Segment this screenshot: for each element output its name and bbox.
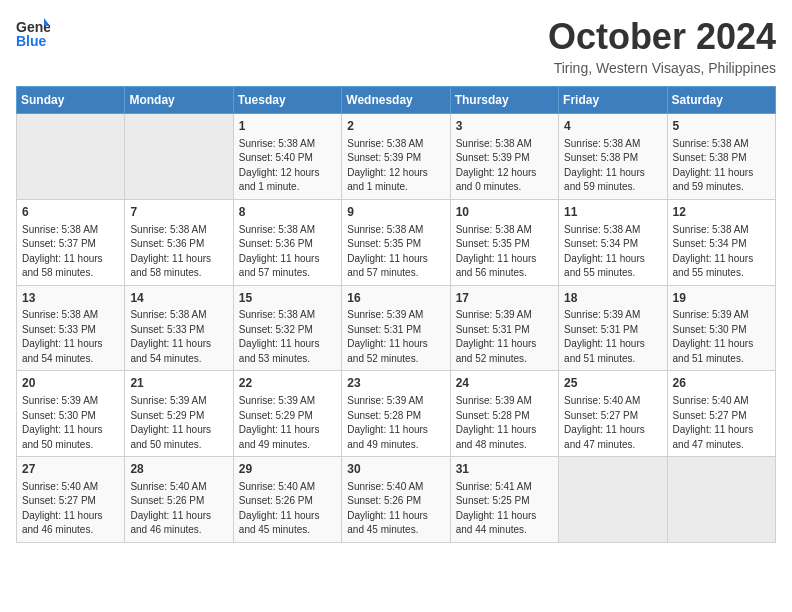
calendar-day-cell: 27Sunrise: 5:40 AM Sunset: 5:27 PM Dayli… [17, 457, 125, 543]
day-info: Sunrise: 5:38 AM Sunset: 5:36 PM Dayligh… [239, 223, 336, 281]
day-number: 2 [347, 118, 444, 135]
day-number: 7 [130, 204, 227, 221]
calendar-week-row: 20Sunrise: 5:39 AM Sunset: 5:30 PM Dayli… [17, 371, 776, 457]
day-number: 21 [130, 375, 227, 392]
calendar-day-cell: 23Sunrise: 5:39 AM Sunset: 5:28 PM Dayli… [342, 371, 450, 457]
calendar-day-cell [125, 114, 233, 200]
weekday-header-wednesday: Wednesday [342, 87, 450, 114]
calendar-day-cell: 2Sunrise: 5:38 AM Sunset: 5:39 PM Daylig… [342, 114, 450, 200]
day-number: 18 [564, 290, 661, 307]
day-info: Sunrise: 5:38 AM Sunset: 5:33 PM Dayligh… [130, 308, 227, 366]
calendar-day-cell: 11Sunrise: 5:38 AM Sunset: 5:34 PM Dayli… [559, 199, 667, 285]
day-info: Sunrise: 5:40 AM Sunset: 5:26 PM Dayligh… [130, 480, 227, 538]
calendar-day-cell: 29Sunrise: 5:40 AM Sunset: 5:26 PM Dayli… [233, 457, 341, 543]
day-number: 28 [130, 461, 227, 478]
calendar-day-cell: 17Sunrise: 5:39 AM Sunset: 5:31 PM Dayli… [450, 285, 558, 371]
calendar-day-cell: 10Sunrise: 5:38 AM Sunset: 5:35 PM Dayli… [450, 199, 558, 285]
calendar-day-cell: 25Sunrise: 5:40 AM Sunset: 5:27 PM Dayli… [559, 371, 667, 457]
day-number: 1 [239, 118, 336, 135]
svg-text:Blue: Blue [16, 33, 47, 49]
weekday-header-saturday: Saturday [667, 87, 775, 114]
weekday-header-thursday: Thursday [450, 87, 558, 114]
calendar-week-row: 13Sunrise: 5:38 AM Sunset: 5:33 PM Dayli… [17, 285, 776, 371]
calendar-day-cell: 22Sunrise: 5:39 AM Sunset: 5:29 PM Dayli… [233, 371, 341, 457]
calendar-week-row: 6Sunrise: 5:38 AM Sunset: 5:37 PM Daylig… [17, 199, 776, 285]
day-number: 10 [456, 204, 553, 221]
day-number: 31 [456, 461, 553, 478]
calendar-day-cell: 4Sunrise: 5:38 AM Sunset: 5:38 PM Daylig… [559, 114, 667, 200]
calendar-day-cell [667, 457, 775, 543]
day-number: 12 [673, 204, 770, 221]
day-info: Sunrise: 5:39 AM Sunset: 5:31 PM Dayligh… [564, 308, 661, 366]
calendar-day-cell: 7Sunrise: 5:38 AM Sunset: 5:36 PM Daylig… [125, 199, 233, 285]
day-number: 16 [347, 290, 444, 307]
day-info: Sunrise: 5:39 AM Sunset: 5:30 PM Dayligh… [673, 308, 770, 366]
day-number: 8 [239, 204, 336, 221]
day-info: Sunrise: 5:38 AM Sunset: 5:36 PM Dayligh… [130, 223, 227, 281]
day-info: Sunrise: 5:38 AM Sunset: 5:34 PM Dayligh… [564, 223, 661, 281]
calendar-day-cell [17, 114, 125, 200]
day-number: 13 [22, 290, 119, 307]
calendar-day-cell: 24Sunrise: 5:39 AM Sunset: 5:28 PM Dayli… [450, 371, 558, 457]
calendar-table: SundayMondayTuesdayWednesdayThursdayFrid… [16, 86, 776, 543]
page-header: General Blue October 2024 Tiring, Wester… [16, 16, 776, 76]
day-info: Sunrise: 5:40 AM Sunset: 5:26 PM Dayligh… [239, 480, 336, 538]
day-info: Sunrise: 5:38 AM Sunset: 5:35 PM Dayligh… [456, 223, 553, 281]
day-number: 5 [673, 118, 770, 135]
day-info: Sunrise: 5:38 AM Sunset: 5:33 PM Dayligh… [22, 308, 119, 366]
day-info: Sunrise: 5:38 AM Sunset: 5:32 PM Dayligh… [239, 308, 336, 366]
day-number: 20 [22, 375, 119, 392]
calendar-day-cell [559, 457, 667, 543]
day-info: Sunrise: 5:41 AM Sunset: 5:25 PM Dayligh… [456, 480, 553, 538]
calendar-day-cell: 28Sunrise: 5:40 AM Sunset: 5:26 PM Dayli… [125, 457, 233, 543]
logo-icon: General Blue [16, 16, 50, 52]
day-number: 4 [564, 118, 661, 135]
title-area: October 2024 Tiring, Western Visayas, Ph… [548, 16, 776, 76]
day-info: Sunrise: 5:38 AM Sunset: 5:34 PM Dayligh… [673, 223, 770, 281]
day-number: 25 [564, 375, 661, 392]
day-number: 15 [239, 290, 336, 307]
day-info: Sunrise: 5:40 AM Sunset: 5:27 PM Dayligh… [673, 394, 770, 452]
calendar-day-cell: 31Sunrise: 5:41 AM Sunset: 5:25 PM Dayli… [450, 457, 558, 543]
logo-area: General Blue [16, 16, 50, 52]
day-number: 24 [456, 375, 553, 392]
day-number: 9 [347, 204, 444, 221]
day-number: 26 [673, 375, 770, 392]
calendar-day-cell: 16Sunrise: 5:39 AM Sunset: 5:31 PM Dayli… [342, 285, 450, 371]
weekday-header-sunday: Sunday [17, 87, 125, 114]
day-number: 22 [239, 375, 336, 392]
weekday-header-friday: Friday [559, 87, 667, 114]
calendar-header-row: SundayMondayTuesdayWednesdayThursdayFrid… [17, 87, 776, 114]
month-title: October 2024 [548, 16, 776, 58]
day-info: Sunrise: 5:40 AM Sunset: 5:27 PM Dayligh… [22, 480, 119, 538]
day-number: 19 [673, 290, 770, 307]
calendar-day-cell: 21Sunrise: 5:39 AM Sunset: 5:29 PM Dayli… [125, 371, 233, 457]
day-info: Sunrise: 5:39 AM Sunset: 5:28 PM Dayligh… [456, 394, 553, 452]
day-number: 23 [347, 375, 444, 392]
day-info: Sunrise: 5:39 AM Sunset: 5:29 PM Dayligh… [130, 394, 227, 452]
day-number: 14 [130, 290, 227, 307]
calendar-day-cell: 13Sunrise: 5:38 AM Sunset: 5:33 PM Dayli… [17, 285, 125, 371]
day-info: Sunrise: 5:39 AM Sunset: 5:31 PM Dayligh… [347, 308, 444, 366]
calendar-day-cell: 9Sunrise: 5:38 AM Sunset: 5:35 PM Daylig… [342, 199, 450, 285]
weekday-header-monday: Monday [125, 87, 233, 114]
calendar-day-cell: 20Sunrise: 5:39 AM Sunset: 5:30 PM Dayli… [17, 371, 125, 457]
day-info: Sunrise: 5:38 AM Sunset: 5:38 PM Dayligh… [673, 137, 770, 195]
calendar-day-cell: 15Sunrise: 5:38 AM Sunset: 5:32 PM Dayli… [233, 285, 341, 371]
calendar-day-cell: 26Sunrise: 5:40 AM Sunset: 5:27 PM Dayli… [667, 371, 775, 457]
day-number: 27 [22, 461, 119, 478]
day-number: 11 [564, 204, 661, 221]
calendar-day-cell: 18Sunrise: 5:39 AM Sunset: 5:31 PM Dayli… [559, 285, 667, 371]
location-title: Tiring, Western Visayas, Philippines [548, 60, 776, 76]
day-number: 3 [456, 118, 553, 135]
day-info: Sunrise: 5:39 AM Sunset: 5:31 PM Dayligh… [456, 308, 553, 366]
day-info: Sunrise: 5:38 AM Sunset: 5:39 PM Dayligh… [456, 137, 553, 195]
day-number: 6 [22, 204, 119, 221]
calendar-week-row: 1Sunrise: 5:38 AM Sunset: 5:40 PM Daylig… [17, 114, 776, 200]
day-info: Sunrise: 5:39 AM Sunset: 5:29 PM Dayligh… [239, 394, 336, 452]
calendar-day-cell: 8Sunrise: 5:38 AM Sunset: 5:36 PM Daylig… [233, 199, 341, 285]
day-info: Sunrise: 5:39 AM Sunset: 5:30 PM Dayligh… [22, 394, 119, 452]
calendar-day-cell: 5Sunrise: 5:38 AM Sunset: 5:38 PM Daylig… [667, 114, 775, 200]
day-number: 30 [347, 461, 444, 478]
day-info: Sunrise: 5:38 AM Sunset: 5:37 PM Dayligh… [22, 223, 119, 281]
